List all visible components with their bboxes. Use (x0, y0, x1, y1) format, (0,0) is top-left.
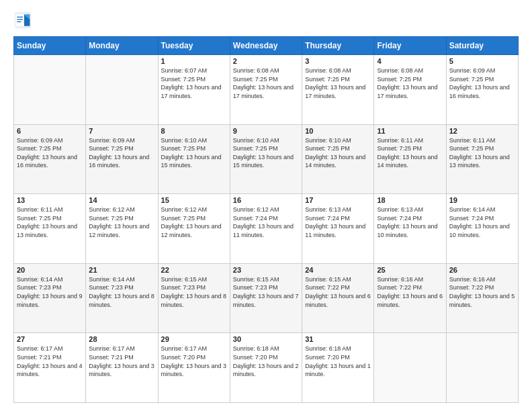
weekday-header: Friday (374, 37, 446, 55)
calendar-cell: 11Sunrise: 6:11 AM Sunset: 7:25 PM Dayli… (374, 124, 446, 194)
calendar-header-row: SundayMondayTuesdayWednesdayThursdayFrid… (14, 37, 519, 55)
day-number: 12 (449, 127, 515, 135)
day-info: Sunrise: 6:14 AM Sunset: 7:23 PM Dayligh… (89, 275, 154, 309)
day-info: Sunrise: 6:09 AM Sunset: 7:25 PM Dayligh… (17, 136, 83, 170)
calendar-cell: 30Sunrise: 6:18 AM Sunset: 7:20 PM Dayli… (230, 333, 302, 403)
day-info: Sunrise: 6:11 AM Sunset: 7:25 PM Dayligh… (377, 136, 443, 170)
page: SundayMondayTuesdayWednesdayThursdayFrid… (0, 0, 532, 411)
day-info: Sunrise: 6:15 AM Sunset: 7:23 PM Dayligh… (233, 275, 299, 309)
day-info: Sunrise: 6:10 AM Sunset: 7:25 PM Dayligh… (233, 136, 299, 170)
day-info: Sunrise: 6:14 AM Sunset: 7:23 PM Dayligh… (17, 275, 83, 309)
logo (13, 11, 35, 30)
day-number: 8 (161, 127, 227, 135)
calendar-week-row: 20Sunrise: 6:14 AM Sunset: 7:23 PM Dayli… (14, 263, 519, 333)
calendar-cell: 17Sunrise: 6:13 AM Sunset: 7:24 PM Dayli… (302, 194, 374, 264)
day-number: 7 (89, 127, 154, 135)
day-info: Sunrise: 6:08 AM Sunset: 7:25 PM Dayligh… (377, 66, 443, 100)
calendar-cell: 9Sunrise: 6:10 AM Sunset: 7:25 PM Daylig… (230, 124, 302, 194)
day-number: 4 (377, 57, 443, 65)
day-info: Sunrise: 6:15 AM Sunset: 7:23 PM Dayligh… (161, 275, 227, 309)
day-number: 11 (377, 127, 443, 135)
day-info: Sunrise: 6:09 AM Sunset: 7:25 PM Dayligh… (449, 66, 515, 100)
calendar-cell: 3Sunrise: 6:08 AM Sunset: 7:25 PM Daylig… (302, 55, 374, 125)
calendar-cell: 26Sunrise: 6:16 AM Sunset: 7:22 PM Dayli… (446, 263, 518, 333)
day-info: Sunrise: 6:18 AM Sunset: 7:20 PM Dayligh… (233, 345, 299, 378)
calendar-cell: 23Sunrise: 6:15 AM Sunset: 7:23 PM Dayli… (230, 263, 302, 333)
calendar-cell: 15Sunrise: 6:12 AM Sunset: 7:25 PM Dayli… (158, 194, 230, 264)
svg-rect-4 (17, 17, 23, 17)
day-info: Sunrise: 6:09 AM Sunset: 7:25 PM Dayligh… (89, 136, 154, 170)
day-info: Sunrise: 6:16 AM Sunset: 7:22 PM Dayligh… (377, 275, 443, 309)
day-number: 14 (89, 196, 154, 204)
day-info: Sunrise: 6:13 AM Sunset: 7:24 PM Dayligh… (305, 205, 371, 239)
day-number: 10 (305, 127, 371, 135)
day-number: 30 (233, 335, 299, 343)
weekday-header: Thursday (302, 37, 374, 55)
calendar-table: SundayMondayTuesdayWednesdayThursdayFrid… (13, 36, 519, 403)
day-number: 25 (377, 266, 443, 274)
day-info: Sunrise: 6:07 AM Sunset: 7:25 PM Dayligh… (161, 66, 227, 100)
day-number: 21 (89, 266, 154, 274)
calendar-cell: 21Sunrise: 6:14 AM Sunset: 7:23 PM Dayli… (86, 263, 158, 333)
day-number: 31 (305, 335, 371, 343)
calendar-cell: 20Sunrise: 6:14 AM Sunset: 7:23 PM Dayli… (14, 263, 86, 333)
day-number: 17 (305, 196, 371, 204)
calendar-cell: 19Sunrise: 6:14 AM Sunset: 7:24 PM Dayli… (446, 194, 518, 264)
calendar-cell: 13Sunrise: 6:11 AM Sunset: 7:25 PM Dayli… (14, 194, 86, 264)
day-number: 13 (17, 196, 83, 204)
day-info: Sunrise: 6:08 AM Sunset: 7:25 PM Dayligh… (305, 66, 371, 100)
calendar-cell: 12Sunrise: 6:11 AM Sunset: 7:25 PM Dayli… (446, 124, 518, 194)
calendar-cell: 8Sunrise: 6:10 AM Sunset: 7:25 PM Daylig… (158, 124, 230, 194)
calendar-cell: 6Sunrise: 6:09 AM Sunset: 7:25 PM Daylig… (14, 124, 86, 194)
day-number: 5 (449, 57, 515, 65)
day-number: 15 (161, 196, 227, 204)
day-number: 3 (305, 57, 371, 65)
day-info: Sunrise: 6:08 AM Sunset: 7:25 PM Dayligh… (233, 66, 299, 100)
calendar-week-row: 27Sunrise: 6:17 AM Sunset: 7:21 PM Dayli… (14, 333, 519, 403)
calendar-cell: 4Sunrise: 6:08 AM Sunset: 7:25 PM Daylig… (374, 55, 446, 125)
calendar-cell: 1Sunrise: 6:07 AM Sunset: 7:25 PM Daylig… (158, 55, 230, 125)
calendar-cell (446, 333, 518, 403)
calendar-cell: 29Sunrise: 6:17 AM Sunset: 7:20 PM Dayli… (158, 333, 230, 403)
day-number: 27 (17, 335, 83, 343)
calendar-cell: 27Sunrise: 6:17 AM Sunset: 7:21 PM Dayli… (14, 333, 86, 403)
weekday-header: Tuesday (158, 37, 230, 55)
calendar-cell: 18Sunrise: 6:13 AM Sunset: 7:24 PM Dayli… (374, 194, 446, 264)
day-info: Sunrise: 6:16 AM Sunset: 7:22 PM Dayligh… (449, 275, 515, 309)
day-number: 26 (449, 266, 515, 274)
day-number: 29 (161, 335, 227, 343)
day-info: Sunrise: 6:18 AM Sunset: 7:20 PM Dayligh… (305, 345, 371, 378)
day-info: Sunrise: 6:13 AM Sunset: 7:24 PM Dayligh… (377, 205, 443, 239)
day-number: 1 (161, 57, 227, 65)
weekday-header: Saturday (446, 37, 518, 55)
calendar-cell (374, 333, 446, 403)
calendar-cell: 5Sunrise: 6:09 AM Sunset: 7:25 PM Daylig… (446, 55, 518, 125)
calendar-cell: 28Sunrise: 6:17 AM Sunset: 7:21 PM Dayli… (86, 333, 158, 403)
day-number: 24 (305, 266, 371, 274)
day-info: Sunrise: 6:12 AM Sunset: 7:24 PM Dayligh… (233, 205, 299, 239)
day-number: 23 (233, 266, 299, 274)
day-number: 2 (233, 57, 299, 65)
day-info: Sunrise: 6:17 AM Sunset: 7:21 PM Dayligh… (17, 345, 83, 378)
day-info: Sunrise: 6:12 AM Sunset: 7:25 PM Dayligh… (89, 205, 154, 239)
calendar-cell (86, 55, 158, 125)
calendar-week-row: 6Sunrise: 6:09 AM Sunset: 7:25 PM Daylig… (14, 124, 519, 194)
calendar-cell: 7Sunrise: 6:09 AM Sunset: 7:25 PM Daylig… (86, 124, 158, 194)
calendar-week-row: 1Sunrise: 6:07 AM Sunset: 7:25 PM Daylig… (14, 55, 519, 125)
weekday-header: Monday (86, 37, 158, 55)
calendar-cell: 24Sunrise: 6:15 AM Sunset: 7:22 PM Dayli… (302, 263, 374, 333)
day-number: 6 (17, 127, 83, 135)
day-number: 18 (377, 196, 443, 204)
calendar-cell (14, 55, 86, 125)
day-number: 9 (233, 127, 299, 135)
day-info: Sunrise: 6:17 AM Sunset: 7:21 PM Dayligh… (89, 345, 154, 378)
calendar-cell: 10Sunrise: 6:10 AM Sunset: 7:25 PM Dayli… (302, 124, 374, 194)
day-info: Sunrise: 6:10 AM Sunset: 7:25 PM Dayligh… (305, 136, 371, 170)
day-info: Sunrise: 6:15 AM Sunset: 7:22 PM Dayligh… (305, 275, 371, 309)
calendar-cell: 14Sunrise: 6:12 AM Sunset: 7:25 PM Dayli… (86, 194, 158, 264)
day-info: Sunrise: 6:14 AM Sunset: 7:24 PM Dayligh… (449, 205, 515, 239)
calendar-week-row: 13Sunrise: 6:11 AM Sunset: 7:25 PM Dayli… (14, 194, 519, 264)
day-number: 16 (233, 196, 299, 204)
day-number: 20 (17, 266, 83, 274)
weekday-header: Sunday (14, 37, 86, 55)
